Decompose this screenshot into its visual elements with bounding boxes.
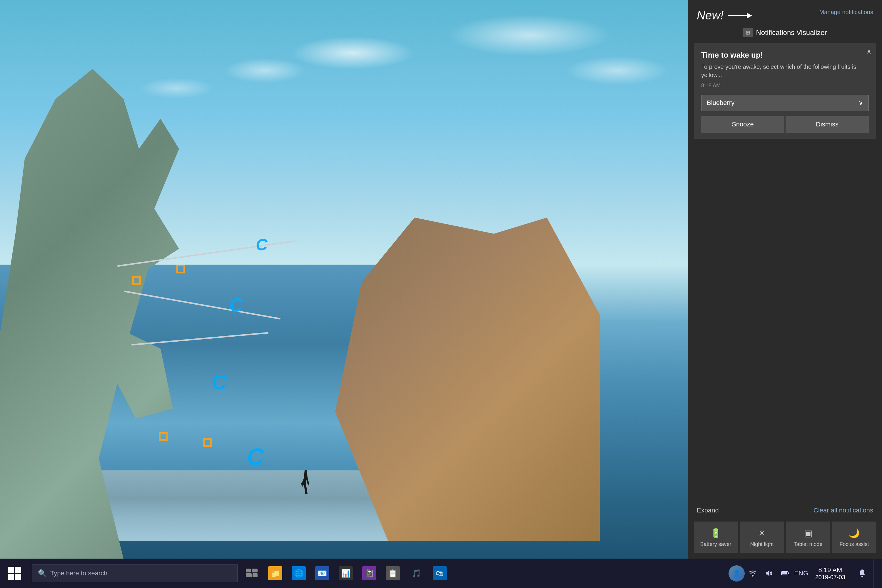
taskbar-app-onenote[interactable]: 📓 bbox=[357, 559, 381, 588]
fruit-dropdown[interactable]: Blueberry ∨ bbox=[701, 94, 869, 111]
taskbar-app-calculator[interactable]: 📊 bbox=[334, 559, 357, 588]
clock-area[interactable]: 8:19 AM 2019-07-03 bbox=[809, 559, 851, 588]
svg-rect-7 bbox=[782, 572, 787, 574]
notif-actions: Snooze Dismiss bbox=[701, 116, 869, 133]
svg-marker-5 bbox=[766, 570, 770, 576]
network-icon bbox=[748, 569, 757, 578]
expand-button[interactable]: Expand bbox=[697, 507, 719, 514]
c-shape-2: C bbox=[230, 294, 243, 316]
music-icon: 🎵 bbox=[409, 566, 423, 580]
svg-point-4 bbox=[752, 575, 753, 576]
svg-point-9 bbox=[861, 576, 863, 578]
quick-action-night-light[interactable]: ☀ Night light bbox=[740, 522, 784, 553]
notif-app-name: Notifications Visualizer bbox=[756, 28, 827, 37]
snooze-button[interactable]: Snooze bbox=[701, 116, 784, 133]
svg-rect-8 bbox=[788, 572, 789, 574]
svg-rect-2 bbox=[246, 573, 252, 577]
focus-assist-icon: 🌙 bbox=[849, 528, 860, 538]
tablet-mode-icon: ▣ bbox=[804, 528, 812, 538]
notif-card-title: Time to wake up! bbox=[701, 51, 869, 60]
svg-rect-0 bbox=[246, 568, 251, 572]
panel-header: Manage notifications New! ⊞ Notification… bbox=[688, 0, 882, 43]
clock-date: 2019-07-03 bbox=[815, 574, 845, 580]
bell-icon bbox=[858, 569, 867, 578]
svg-rect-1 bbox=[252, 568, 258, 572]
dismiss-button[interactable]: Dismiss bbox=[786, 116, 869, 133]
c-shape-1: C bbox=[256, 235, 267, 254]
night-light-icon: ☀ bbox=[758, 528, 766, 538]
battery-icon-tray[interactable] bbox=[777, 559, 793, 588]
c-shape-4: C bbox=[247, 443, 264, 470]
onenote-icon: 📓 bbox=[362, 566, 376, 580]
battery-saver-label: Battery saver bbox=[700, 541, 731, 548]
quick-action-battery-saver[interactable]: 🔋 Battery saver bbox=[694, 522, 738, 553]
show-desktop-button[interactable] bbox=[873, 559, 882, 588]
new-label: New! bbox=[697, 9, 723, 22]
focus-assist-label: Focus assist bbox=[839, 541, 869, 548]
taskbar-app-file-explorer[interactable]: 📁 bbox=[263, 559, 287, 588]
orange-square-2 bbox=[176, 265, 185, 273]
edge-icon: 🌐 bbox=[292, 566, 306, 580]
language-indicator[interactable]: ENG bbox=[793, 559, 809, 588]
taskbar-app-mail[interactable]: 📧 bbox=[310, 559, 334, 588]
orange-square-3 bbox=[159, 432, 168, 441]
action-lines bbox=[106, 224, 318, 370]
battery-icon bbox=[781, 569, 789, 578]
user-avatar[interactable]: 👤 bbox=[729, 559, 745, 588]
search-bar[interactable]: 🔍 Type here to search bbox=[32, 564, 237, 582]
task-view-icon bbox=[246, 568, 258, 578]
night-light-label: Night light bbox=[750, 541, 774, 548]
notification-panel: Manage notifications New! ⊞ Notification… bbox=[688, 0, 882, 559]
quick-actions: 🔋 Battery saver ☀ Night light ▣ Tablet m… bbox=[688, 522, 882, 559]
task-view-button[interactable] bbox=[240, 559, 263, 588]
mail-icon: 📧 bbox=[315, 566, 329, 580]
start-button[interactable] bbox=[0, 559, 29, 588]
new-banner: New! bbox=[697, 9, 752, 22]
taskbar-app-clipboard[interactable]: 📋 bbox=[381, 559, 405, 588]
quick-action-tablet-mode[interactable]: ▣ Tablet mode bbox=[786, 522, 830, 553]
search-icon: 🔍 bbox=[38, 569, 47, 578]
quick-action-focus-assist[interactable]: 🌙 Focus assist bbox=[832, 522, 876, 553]
orange-square-4 bbox=[203, 438, 212, 447]
taskbar: 🔍 Type here to search 📁 🌐 📧 📊 📓 📋 🎵 🛍 bbox=[0, 559, 882, 588]
notif-card-body: To prove you're awake, select which of t… bbox=[701, 63, 869, 79]
notif-card-time: 8:18 AM bbox=[701, 82, 869, 89]
dropdown-value: Blueberry bbox=[707, 99, 734, 107]
dropdown-chevron-icon: ∨ bbox=[858, 99, 863, 107]
file-explorer-icon: 📁 bbox=[268, 566, 282, 580]
notif-visualizer-header: ⊞ Notifications Visualizer bbox=[743, 28, 827, 38]
battery-saver-icon: 🔋 bbox=[710, 528, 721, 538]
clock-time: 8:19 AM bbox=[818, 566, 842, 574]
notification-bell-button[interactable] bbox=[851, 559, 873, 588]
store-icon: 🛍 bbox=[433, 566, 447, 580]
search-input[interactable]: Type here to search bbox=[50, 570, 107, 577]
arrow-decoration bbox=[728, 15, 752, 16]
system-tray: 👤 ENG bbox=[729, 559, 882, 588]
orange-square-1 bbox=[132, 276, 141, 285]
clear-all-button[interactable]: Clear all notifications bbox=[813, 507, 873, 514]
sound-icon bbox=[765, 569, 773, 578]
svg-rect-3 bbox=[252, 573, 258, 577]
avatar-image: 👤 bbox=[729, 566, 745, 582]
rocks-right bbox=[335, 218, 600, 541]
sound-icon-tray[interactable] bbox=[761, 559, 777, 588]
calculator-icon: 📊 bbox=[339, 566, 353, 580]
panel-expand-area: Expand Clear all notifications bbox=[688, 499, 882, 522]
collapse-button[interactable]: ∧ bbox=[866, 48, 872, 56]
clipboard-icon: 📋 bbox=[386, 566, 400, 580]
panel-spacer bbox=[688, 139, 882, 499]
taskbar-app-edge[interactable]: 🌐 bbox=[287, 559, 310, 588]
windows-logo-icon bbox=[8, 567, 21, 580]
notification-card: ∧ Time to wake up! To prove you're awake… bbox=[694, 43, 876, 139]
tablet-mode-label: Tablet mode bbox=[794, 541, 822, 548]
manage-notifications-link[interactable]: Manage notifications bbox=[819, 9, 873, 16]
c-shape-3: C bbox=[212, 370, 226, 394]
network-icon-tray[interactable] bbox=[745, 559, 761, 588]
notif-visualizer-icon: ⊞ bbox=[743, 28, 753, 38]
taskbar-app-store[interactable]: 🛍 bbox=[428, 559, 452, 588]
taskbar-app-music[interactable]: 🎵 bbox=[405, 559, 428, 588]
